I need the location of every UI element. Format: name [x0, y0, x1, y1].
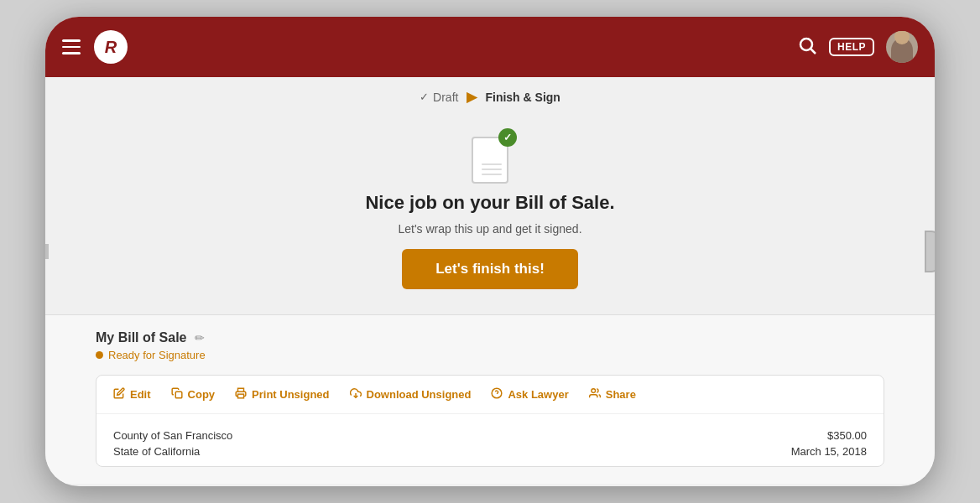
document-actions: Edit Copy: [96, 376, 884, 414]
breadcrumb: ✓ Draft ▶ Finish & Sign: [45, 77, 935, 117]
breadcrumb-draft-label: Draft: [433, 91, 458, 104]
navbar: R HELP: [45, 17, 935, 77]
svg-rect-2: [175, 392, 182, 398]
hamburger-menu[interactable]: [62, 39, 81, 54]
print-unsigned-button[interactable]: Print Unsigned: [235, 387, 329, 402]
tablet-device: R HELP ✓ Draft ▶ Finish & Sign: [45, 17, 935, 486]
location1: County of San Francisco: [113, 429, 232, 442]
ask-lawyer-button[interactable]: Ask Lawyer: [491, 387, 568, 402]
edit-button[interactable]: Edit: [113, 387, 151, 402]
ask-lawyer-label: Ask Lawyer: [508, 388, 568, 401]
copy-icon: [171, 387, 183, 402]
side-button-left: [45, 244, 49, 259]
download-icon: [350, 387, 362, 402]
print-icon: [235, 387, 247, 402]
breadcrumb-draft: ✓ Draft: [420, 91, 458, 104]
edit-icon: [113, 387, 125, 402]
copy-button[interactable]: Copy: [171, 387, 216, 402]
date: March 15, 2018: [791, 445, 867, 458]
content-area: My Bill of Sale ✏ Ready for Signature Ed…: [45, 314, 935, 484]
document-title-row: My Bill of Sale ✏: [96, 330, 884, 345]
download-unsigned-label: Download Unsigned: [367, 388, 472, 401]
navbar-left: R: [62, 30, 128, 64]
preview-left: County of San Francisco State of Califor…: [113, 429, 232, 458]
finish-button[interactable]: Let's finish this!: [402, 249, 578, 289]
amount: $350.00: [791, 429, 867, 442]
status-badge: Ready for Signature: [108, 349, 206, 361]
print-unsigned-label: Print Unsigned: [252, 388, 329, 401]
hero-title: Nice job on your Bill of Sale.: [365, 192, 614, 214]
svg-rect-3: [238, 394, 244, 398]
download-unsigned-button[interactable]: Download Unsigned: [350, 387, 472, 402]
share-button[interactable]: Share: [589, 387, 636, 402]
logo: R: [94, 30, 128, 64]
document-name: My Bill of Sale: [96, 330, 186, 345]
search-icon[interactable]: [797, 35, 817, 59]
breadcrumb-arrow-icon: ▶: [467, 89, 477, 105]
hero-subtitle: Let's wrap this up and get it signed.: [398, 222, 581, 236]
svg-point-0: [800, 39, 812, 50]
svg-line-1: [811, 49, 816, 54]
checkmark-icon: ✓: [498, 128, 517, 147]
help-button[interactable]: HELP: [829, 38, 874, 56]
preview-right: $350.00 March 15, 2018: [791, 429, 867, 458]
document-card: Edit Copy: [96, 375, 884, 467]
breadcrumb-finish-sign: Finish & Sign: [485, 91, 560, 104]
breadcrumb-finish-label: Finish & Sign: [485, 91, 560, 104]
hero-section: ✓ Nice job on your Bill of Sale. Let's w…: [45, 117, 935, 314]
lawyer-icon: [491, 387, 503, 402]
edit-pencil-icon[interactable]: ✏: [195, 331, 205, 345]
edit-label: Edit: [130, 388, 151, 401]
location2: State of California: [113, 445, 232, 458]
document-icon: ✓: [468, 133, 512, 184]
copy-label: Copy: [188, 388, 216, 401]
draft-check-icon: ✓: [420, 91, 429, 103]
status-row: Ready for Signature: [96, 349, 884, 361]
side-button-right: [925, 231, 935, 272]
navbar-right: HELP: [797, 31, 918, 63]
svg-point-7: [592, 389, 596, 393]
status-dot-icon: [96, 351, 103, 359]
share-icon: [589, 387, 601, 402]
document-preview: County of San Francisco State of Califor…: [96, 414, 884, 466]
share-label: Share: [606, 388, 636, 401]
avatar[interactable]: [886, 31, 918, 63]
